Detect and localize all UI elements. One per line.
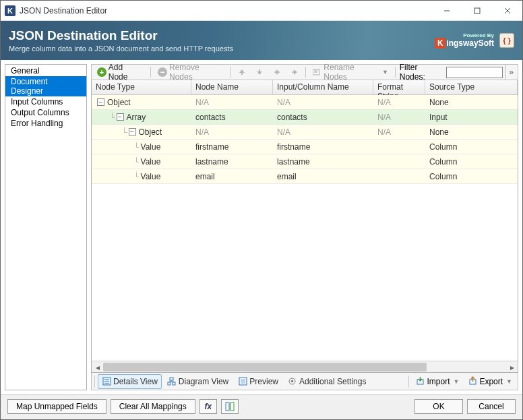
dropdown-icon: ▼: [382, 69, 388, 76]
cell-input-column-name: lastname: [273, 157, 373, 167]
tab-preview[interactable]: Preview: [234, 374, 282, 389]
body: General Document Designer Input Columns …: [1, 60, 522, 394]
gear-icon: [288, 377, 297, 386]
export-label: Export: [479, 377, 503, 386]
cell-node-type: −Object: [92, 98, 191, 107]
col-node-name[interactable]: Node Name: [191, 80, 273, 94]
svg-rect-21: [241, 379, 245, 384]
svg-rect-26: [226, 402, 229, 411]
table-row[interactable]: └ValuefirstnamefirstnameColumn: [92, 140, 518, 154]
sidebar-item-input-columns[interactable]: Input Columns: [5, 96, 86, 107]
cell-source-type: Column: [425, 142, 518, 152]
details-icon: [102, 377, 111, 386]
export-button[interactable]: Export ▼: [464, 373, 516, 390]
footer: Map Unmapped Fields Clear All Mappings f…: [1, 394, 522, 419]
import-label: Import: [427, 377, 450, 386]
cell-node-type: └−Object: [92, 127, 191, 137]
main-panel: + Add Node − Remove Nodes: [91, 64, 518, 390]
table-row[interactable]: └ValueemailemailColumn: [92, 169, 518, 184]
map-unmapped-fields-button[interactable]: Map Unmapped Fields: [7, 399, 106, 414]
ok-button[interactable]: OK: [414, 399, 463, 414]
move-right-button[interactable]: [286, 66, 303, 78]
diagram-icon: [167, 377, 177, 386]
sidebar-item-error-handling[interactable]: Error Handling: [5, 118, 86, 129]
tree-toggle[interactable]: −: [129, 128, 136, 136]
brand-name: ingswaySoft: [446, 38, 494, 48]
svg-point-23: [291, 380, 293, 382]
window-title: JSON Destination Editor: [20, 6, 431, 16]
svg-rect-5: [259, 69, 260, 71]
toolbar-separator: [230, 67, 231, 78]
fx-button[interactable]: fx: [199, 399, 217, 414]
col-format-string[interactable]: Format String: [373, 80, 425, 94]
move-up-icon: [238, 68, 246, 76]
clear-all-mappings-button[interactable]: Clear All Mappings: [111, 399, 195, 414]
toolbar-separator: [150, 67, 151, 78]
move-left-button[interactable]: [269, 66, 285, 78]
cell-input-column-name: email: [273, 172, 373, 181]
tree-toggle[interactable]: −: [97, 98, 104, 106]
scroll-right-button[interactable]: ▸: [506, 361, 518, 373]
move-down-icon: [255, 68, 264, 76]
svg-rect-15: [170, 378, 173, 380]
designer-grid: Node Type Node Name Input/Column Name Fo…: [91, 80, 518, 373]
sidebar-item-general[interactable]: General: [5, 65, 86, 76]
cell-source-type: Input: [425, 113, 518, 122]
close-button[interactable]: [492, 1, 522, 20]
tab-details-view[interactable]: Details View: [98, 374, 162, 389]
scroll-left-button[interactable]: ◂: [92, 361, 103, 373]
additional-settings-label: Additional Settings: [299, 377, 366, 386]
toolbar-separator: [305, 67, 306, 78]
cell-source-type: Column: [425, 157, 518, 167]
cancel-button[interactable]: Cancel: [467, 399, 516, 414]
cell-source-type: None: [425, 127, 518, 137]
scroll-thumb[interactable]: [103, 363, 427, 371]
svg-rect-17: [173, 382, 175, 385]
table-row[interactable]: └ValuelastnamelastnameColumn: [92, 154, 518, 169]
add-node-label: Add Node: [109, 63, 144, 82]
sidebar-item-document-designer[interactable]: Document Designer: [5, 76, 86, 96]
svg-rect-1: [474, 8, 480, 13]
column-mapping-icon-button[interactable]: [221, 399, 239, 414]
view-tabs-separator: [94, 376, 95, 388]
col-source-type[interactable]: Source Type: [425, 80, 518, 94]
import-button[interactable]: Import ▼: [412, 373, 463, 390]
grid-header-row: Node Type Node Name Input/Column Name Fo…: [92, 80, 518, 95]
col-input-column-name[interactable]: Input/Column Name: [273, 80, 373, 94]
maximize-button[interactable]: [462, 1, 492, 20]
rename-icon: [313, 68, 321, 76]
page-subtitle: Merge column data into a JSON document a…: [9, 44, 233, 53]
cell-input-column-name: firstname: [273, 142, 373, 152]
tab-additional-settings[interactable]: Additional Settings: [284, 374, 370, 389]
horizontal-scrollbar[interactable]: ◂ ▸: [92, 361, 518, 372]
cell-node-type: └Value: [92, 172, 191, 181]
filter-nodes-input[interactable]: [446, 67, 503, 78]
table-row[interactable]: └−ObjectN/AN/AN/ANone: [92, 125, 518, 140]
app-window: K JSON Destination Editor JSON Destinati…: [0, 0, 523, 420]
toolbar-overflow-button[interactable]: »: [505, 65, 516, 80]
move-left-icon: [273, 68, 281, 76]
minus-icon: −: [158, 67, 167, 77]
cell-source-type: None: [425, 98, 518, 107]
tab-diagram-view[interactable]: Diagram View: [163, 374, 233, 389]
minimize-button[interactable]: [431, 1, 462, 20]
cell-node-name: N/A: [191, 127, 273, 137]
move-up-button[interactable]: [234, 66, 250, 78]
table-row[interactable]: └−ArraycontactscontactsN/AInput: [92, 110, 518, 125]
svg-rect-16: [168, 382, 171, 385]
col-node-type[interactable]: Node Type: [92, 80, 191, 94]
cell-node-type: └−Array: [92, 113, 191, 122]
tree-toggle[interactable]: −: [117, 113, 124, 121]
export-icon: [468, 376, 477, 387]
cell-source-type: Column: [425, 172, 518, 181]
header-banner: JSON Destination Editor Merge column dat…: [1, 21, 522, 60]
cell-format-string: N/A: [373, 98, 425, 107]
move-down-button[interactable]: [251, 66, 268, 78]
app-icon: K: [5, 5, 16, 16]
diagram-view-label: Diagram View: [179, 377, 228, 386]
cell-node-name: email: [191, 172, 273, 181]
table-row[interactable]: −ObjectN/AN/AN/ANone: [92, 95, 518, 110]
sidebar-item-output-columns[interactable]: Output Columns: [5, 107, 86, 118]
move-right-icon: [290, 68, 299, 76]
json-icon: { }: [499, 33, 514, 48]
